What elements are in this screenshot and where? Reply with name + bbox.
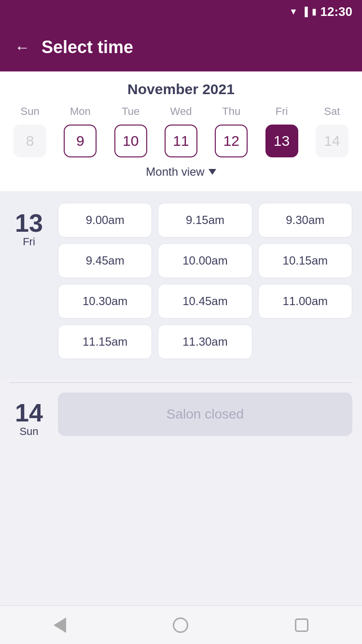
time-slot-1030am[interactable]: 10.30am [58,284,152,319]
day-name-14: Sun [19,425,38,438]
date-button-10[interactable]: 10 [114,125,147,157]
date-button-12[interactable]: 12 [215,125,248,157]
calendar-section: November 2021 Sun Mon Tue Wed Thu Fri Sa… [0,71,362,191]
time-slot-1015am[interactable]: 10.15am [258,243,352,278]
date-cell-14: 14 [307,122,357,160]
time-slot-945am[interactable]: 9.45am [58,243,152,278]
closed-day-block: 14 Sun Salon closed [0,392,362,449]
time-slot-915am[interactable]: 9.15am [158,203,252,238]
date-cell-10[interactable]: 10 [106,122,156,160]
date-cell-11[interactable]: 11 [156,122,206,160]
nav-recent-button[interactable] [295,618,308,632]
salon-closed-panel: Salon closed [58,392,352,436]
header: ← Select time [0,23,362,71]
weekday-row: Sun Mon Tue Wed Thu Fri Sat [0,105,362,122]
time-slot-1115am[interactable]: 11.15am [58,324,152,359]
date-button-11[interactable]: 11 [165,125,197,157]
weekday-wed: Wed [156,105,206,122]
date-button-14: 14 [316,125,348,157]
day-label-14: 14 Sun [10,392,48,438]
section-divider [10,382,352,383]
time-slot-900am[interactable]: 9.00am [58,203,152,238]
status-bar: ▼ ▐ ▮ 12:30 [0,0,362,23]
weekday-tue: Tue [106,105,156,122]
date-cell-8: 8 [5,122,55,160]
chevron-down-icon [209,169,216,175]
day-name-13: Fri [23,236,35,248]
weekday-sat: Sat [307,105,357,122]
date-cell-13[interactable]: 13 [256,122,306,160]
month-view-label: Month view [146,165,204,179]
nav-bar [0,605,362,644]
salon-closed-label: Salon closed [167,406,244,422]
date-button-9[interactable]: 9 [64,125,97,157]
time-slot-1045am[interactable]: 10.45am [158,284,252,319]
time-slot-1100am[interactable]: 11.00am [258,284,352,319]
date-cell-12[interactable]: 12 [206,122,256,160]
battery-icon: ▮ [312,6,317,17]
time-slot-1000am[interactable]: 10.00am [158,243,252,278]
status-time: 12:30 [320,4,353,19]
time-grid-13: 9.00am 9.15am 9.30am 9.45am 10.00am 10.1… [58,203,352,359]
weekday-thu: Thu [206,105,256,122]
weekday-mon: Mon [55,105,105,122]
day-number-14: 14 [15,400,43,425]
wifi-icon: ▼ [289,7,298,17]
back-button[interactable]: ← [14,39,30,56]
day-number-13: 13 [15,210,43,236]
page-title: Select time [42,37,133,57]
date-button-13[interactable]: 13 [265,125,298,157]
date-row: 8 9 10 11 12 13 14 [0,122,362,160]
time-slot-930am[interactable]: 9.30am [258,203,352,238]
nav-home-button[interactable] [173,617,188,633]
time-slots-section: 13 Fri 9.00am 9.15am 9.30am 9.45am 10.00… [0,191,362,378]
nav-back-button[interactable] [54,617,66,633]
weekday-sun: Sun [5,105,55,122]
month-year-label: November 2021 [0,81,362,98]
date-button-8: 8 [14,125,46,157]
weekday-fri: Fri [256,105,306,122]
time-slot-1130am[interactable]: 11.30am [158,324,252,359]
month-view-toggle[interactable]: Month view [0,160,362,186]
date-cell-9[interactable]: 9 [55,122,105,160]
day-label-13: 13 Fri [10,203,48,359]
signal-icon: ▐ [302,7,308,17]
day-block-13: 13 Fri 9.00am 9.15am 9.30am 9.45am 10.00… [10,203,352,359]
